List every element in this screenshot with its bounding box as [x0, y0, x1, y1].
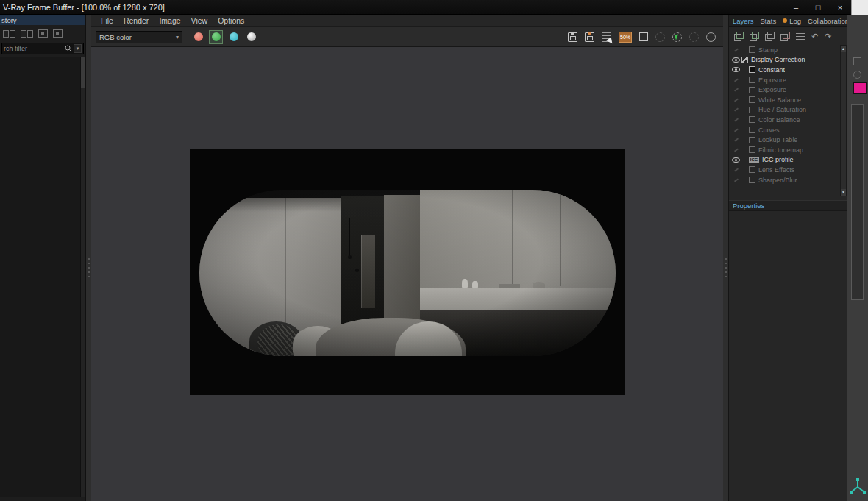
redo-button[interactable]: ↷ [825, 32, 831, 40]
history-scrollbar-thumb[interactable] [81, 57, 85, 88]
tool-icon [853, 71, 861, 79]
tab-layers[interactable]: Layers [733, 17, 754, 25]
eye-visible-icon[interactable] [730, 157, 741, 163]
layer-row[interactable]: Curves [729, 125, 840, 135]
one-to-one-button[interactable] [639, 32, 648, 41]
search-options-dropdown[interactable]: ▾ [74, 44, 82, 53]
menu-item-render[interactable]: Render [118, 16, 154, 25]
history-scrollbar[interactable] [80, 57, 85, 497]
layer-row[interactable]: White Balance [729, 95, 840, 105]
zoom-badge-button[interactable]: 50% [619, 32, 632, 43]
minimize-button[interactable]: – [785, 0, 807, 14]
pixel-picker-icon [602, 32, 611, 42]
compare-horizontal-icon[interactable] [21, 30, 33, 38]
eye-visible-icon[interactable] [730, 57, 741, 63]
red-circle-icon [194, 32, 203, 41]
add-layer-button[interactable] [734, 32, 743, 40]
maximize-button[interactable]: □ [807, 0, 829, 14]
tab-collaboration[interactable]: Collaboration [808, 17, 849, 25]
menu-item-image[interactable]: Image [154, 16, 185, 25]
green-channel-button[interactable] [209, 30, 223, 44]
menu-item-view[interactable]: View [186, 16, 213, 25]
duplicate-layer-icon [765, 32, 774, 40]
magenta-color-swatch[interactable] [853, 82, 867, 94]
layer-row[interactable]: Exposure [729, 85, 840, 95]
duplicate-layer-button[interactable] [765, 32, 774, 40]
layer-row[interactable]: Lookup Table [729, 135, 840, 145]
eye-hidden-icon[interactable] [730, 89, 741, 90]
cursor-circle-icon [672, 32, 682, 42]
compare-ab-icon[interactable] [3, 30, 15, 38]
layer-row[interactable]: Stamp [729, 45, 840, 55]
undo-button[interactable]: ↶ [811, 32, 818, 40]
splitter-grip [725, 258, 727, 277]
eye-hidden-icon[interactable] [730, 79, 741, 81]
layer-row[interactable]: Display Correction [729, 55, 840, 65]
layer-label: Hue / Saturation [758, 106, 806, 113]
layer-row[interactable]: ICCICC profile [729, 155, 840, 166]
layers-scrollbar[interactable]: ▲ ▼ [840, 45, 847, 196]
layer-row[interactable]: Filmic tonemap [729, 145, 840, 155]
save-all-channels-button[interactable] [585, 32, 594, 42]
layer-row[interactable]: Hue / Saturation [729, 105, 840, 116]
follow-mouse-button[interactable] [672, 32, 682, 42]
history-panel: story rch filter ▾ [0, 15, 86, 501]
menu-item-file[interactable]: File [96, 16, 118, 25]
scroll-down-icon[interactable]: ▼ [841, 189, 846, 196]
close-button[interactable]: × [829, 0, 851, 14]
circle-icon [706, 32, 716, 42]
panel-scrollbar[interactable] [851, 104, 864, 300]
set-image-a-icon[interactable] [38, 29, 48, 38]
tab-log[interactable]: Log [783, 17, 801, 25]
blue-channel-button[interactable] [227, 30, 241, 44]
dashed-circle-icon [689, 32, 699, 42]
render-canvas[interactable] [91, 47, 723, 501]
eye-hidden-icon[interactable] [730, 149, 741, 151]
render-region-button[interactable] [706, 32, 716, 42]
eye-hidden-icon[interactable] [730, 49, 741, 51]
window-titlebar[interactable]: V-Ray Frame Buffer - [100.0% of 1280 x 7… [0, 0, 851, 15]
channel-select[interactable]: RGB color ▾ [96, 31, 182, 43]
eye-hidden-icon[interactable] [730, 119, 741, 121]
layer-row[interactable]: Color Balance [729, 115, 840, 125]
eye-hidden-icon[interactable] [730, 99, 741, 101]
layer-row[interactable]: Constant [729, 65, 840, 75]
layer-row[interactable]: Lens Effects [729, 165, 840, 175]
layer-list-button[interactable] [796, 32, 805, 40]
layer-type-icon: ICC [749, 157, 759, 163]
layer-type-icon [749, 146, 755, 153]
splitter-grip [88, 258, 90, 277]
delete-layer-button[interactable] [780, 32, 789, 40]
eye-hidden-icon[interactable] [730, 109, 741, 110]
properties-header[interactable]: Properties [729, 200, 847, 211]
eye-hidden-icon[interactable] [730, 180, 741, 181]
menu-bar: FileRenderImageViewOptions [91, 15, 723, 27]
track-mouse-button[interactable] [689, 32, 699, 42]
eye-hidden-icon[interactable] [730, 139, 741, 141]
menu-item-options[interactable]: Options [213, 16, 249, 25]
save-image-button[interactable] [568, 32, 577, 42]
render-stadium-crop [199, 190, 616, 356]
layer-row[interactable]: Sharpen/Blur [729, 175, 840, 185]
tab-stats[interactable]: Stats [761, 17, 777, 25]
window-controls: – □ × [785, 0, 851, 14]
pixel-info-button[interactable] [602, 32, 611, 42]
set-image-b-icon[interactable] [53, 29, 63, 38]
left-splitter[interactable] [86, 15, 91, 501]
eye-hidden-icon[interactable] [730, 129, 741, 131]
layer-label: Lookup Table [758, 136, 797, 143]
region-render-button[interactable] [655, 32, 665, 42]
layer-row[interactable]: Exposure [729, 75, 840, 85]
scroll-up-icon[interactable]: ▲ [841, 46, 846, 52]
square-icon [639, 32, 648, 41]
red-channel-button[interactable] [191, 30, 205, 44]
add-folder-button[interactable] [750, 32, 758, 40]
right-splitter[interactable] [723, 15, 728, 501]
monochrome-button[interactable] [244, 30, 258, 44]
layer-label: Stamp [758, 46, 778, 54]
eye-visible-icon[interactable] [730, 67, 741, 72]
properties-label: Properties [733, 202, 764, 210]
eye-hidden-icon[interactable] [730, 169, 741, 171]
search-filter-input[interactable]: rch filter [4, 45, 65, 52]
history-list[interactable] [0, 57, 80, 497]
